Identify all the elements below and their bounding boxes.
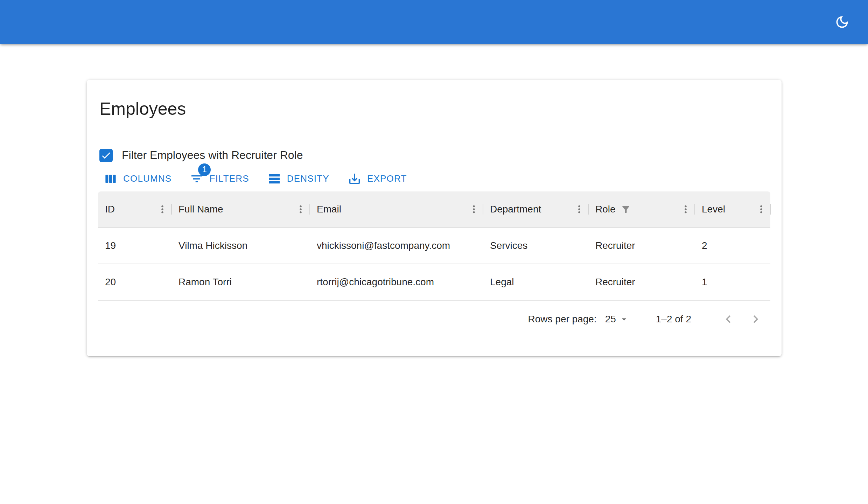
column-header-label: Level [702,204,725,215]
cell-email[interactable]: rtorrij@chicagotribune.com [310,264,483,300]
table-header-row: ID Full Name Email [98,191,770,228]
column-header-level[interactable]: Level [695,191,770,227]
column-menu-icon[interactable] [467,202,481,216]
columns-button-label: COLUMNS [123,173,172,184]
cell-email[interactable]: vhickissoni@fastcompany.com [310,228,483,264]
cell-id[interactable]: 20 [98,264,172,300]
columns-button[interactable]: COLUMNS [98,169,177,189]
checkbox-label: Filter Employees with Recruiter Role [122,149,303,162]
column-menu-icon[interactable] [155,202,169,216]
column-menu-icon[interactable] [572,202,586,216]
column-header-label: Role [595,204,616,215]
cell-full-name[interactable]: Ramon Torri [172,264,310,300]
column-header-label: Department [490,204,541,215]
recruiter-filter-checkbox[interactable]: Filter Employees with Recruiter Role [99,149,303,162]
cell-department[interactable]: Legal [483,264,588,300]
filter-list-icon: 1 [190,172,204,186]
column-header-id[interactable]: ID [98,191,172,227]
density-button[interactable]: DENSITY [262,169,335,189]
grid-toolbar: COLUMNS 1 FILTERS DENSITY [98,169,770,189]
cell-level[interactable]: 2 [695,228,770,264]
cell-role[interactable]: Recruiter [588,228,695,264]
export-button-label: EXPORT [367,173,407,184]
cell-role[interactable]: Recruiter [588,264,695,300]
table-footer: Rows per page: 25 1–2 of 2 [98,301,770,338]
arrow-drop-down-icon [619,314,629,324]
cell-level[interactable]: 1 [695,264,770,300]
cell-full-name[interactable]: Vilma Hickisson [172,228,310,264]
rows-per-page-select[interactable]: 25 [605,314,629,325]
rows-per-page-value: 25 [605,314,616,325]
column-header-label: Email [317,204,341,215]
chevron-right-icon [748,312,763,327]
pagination-range: 1–2 of 2 [656,314,691,325]
filter-active-funnel-icon[interactable] [621,204,631,215]
cell-department[interactable]: Services [483,228,588,264]
column-menu-icon[interactable] [294,202,308,216]
column-header-department[interactable]: Department [483,191,588,227]
dark-mode-moon-icon [834,14,850,30]
checkbox-checked-icon[interactable] [99,149,113,162]
export-button[interactable]: EXPORT [342,169,413,189]
column-header-full-name[interactable]: Full Name [172,191,310,227]
view-columns-icon [104,172,118,186]
column-header-email[interactable]: Email [310,191,483,227]
rows-per-page-label: Rows per page: [528,314,597,325]
column-separator[interactable] [770,204,771,215]
density-icon [267,172,281,186]
filters-button[interactable]: 1 FILTERS [184,169,254,189]
page-title: Employees [99,99,770,119]
next-page-button[interactable] [747,311,764,328]
density-button-label: DENSITY [287,173,329,184]
table-row[interactable]: 20 Ramon Torri rtorrij@chicagotribune.co… [98,264,770,301]
table-row[interactable]: 19 Vilma Hickisson vhickissoni@fastcompa… [98,228,770,264]
previous-page-button[interactable] [720,311,737,328]
column-header-role[interactable]: Role [588,191,695,227]
column-menu-icon[interactable] [679,202,693,216]
column-menu-icon[interactable] [754,202,768,216]
employees-table: ID Full Name Email [98,191,770,338]
app-bar [0,0,868,44]
dark-mode-button[interactable] [830,9,855,35]
column-header-label: ID [105,204,115,215]
chevron-left-icon [721,312,736,327]
column-header-label: Full Name [178,204,223,215]
download-icon [348,172,362,186]
employees-card: Employees Filter Employees with Recruite… [87,80,782,356]
filters-badge: 1 [198,163,211,176]
cell-id[interactable]: 19 [98,228,172,264]
filters-button-label: FILTERS [209,173,249,184]
